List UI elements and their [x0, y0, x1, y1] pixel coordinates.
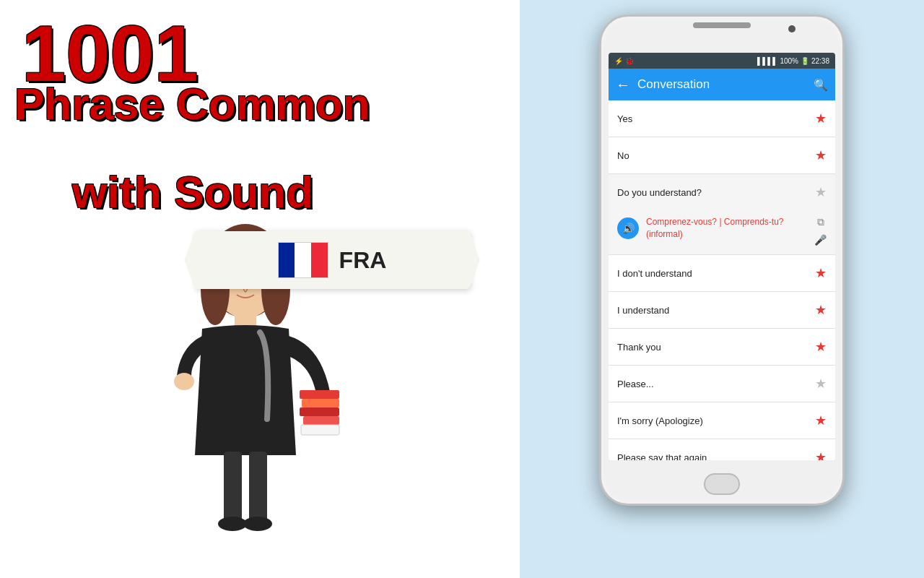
left-section: 1001 Phrase Common with Sound FRA [0, 0, 520, 578]
translation-row-3: 🔊Comprenez-vous? | Comprends-tu? (inform… [609, 210, 835, 254]
search-icon[interactable]: 🔍 [814, 78, 828, 92]
phrase-text-3: Do you understand? [617, 187, 702, 198]
phrase-item-4[interactable]: I don't understand★ [609, 255, 835, 292]
phone-camera [788, 25, 796, 33]
phrase-text-6: Thank you [617, 342, 661, 353]
phrase-text-8: I'm sorry (Apologize) [617, 415, 703, 426]
star-icon-4[interactable]: ★ [815, 265, 827, 281]
phrase-row-7[interactable]: Please...★ [609, 366, 835, 402]
phrase-text-9: Please say that again [617, 452, 707, 461]
flag-blue [279, 243, 295, 277]
phrase-row-2[interactable]: No★ [609, 137, 835, 173]
svg-rect-11 [224, 452, 242, 524]
svg-rect-9 [303, 416, 339, 425]
phrase-item-6[interactable]: Thank you★ [609, 329, 835, 366]
title-with-sound: with Sound [72, 166, 313, 217]
svg-rect-7 [302, 399, 339, 407]
svg-point-13 [218, 517, 247, 531]
action-icons-3: ⧉ 🎤 [814, 216, 827, 246]
back-button[interactable]: ← [616, 77, 630, 93]
phone-screen: ⚡ 🐞 ▌▌▌▌ 100% 🔋 22:38 ← Conversation 🔍 [609, 53, 835, 460]
phone-device: ⚡ 🐞 ▌▌▌▌ 100% 🔋 22:38 ← Conversation 🔍 [599, 14, 845, 506]
phrase-item-3[interactable]: Do you understand?★🔊Comprenez-vous? | Co… [609, 174, 835, 255]
phrase-row-5[interactable]: I understand★ [609, 292, 835, 328]
copy-icon[interactable]: ⧉ [817, 216, 824, 228]
star-icon-9[interactable]: ★ [815, 449, 827, 460]
battery-icon: 🔋 [801, 57, 809, 65]
time-text: 22:38 [811, 57, 829, 65]
home-button[interactable] [704, 473, 740, 495]
phrase-text-4: I don't understand [617, 268, 692, 279]
title-phrase: Phrase Common [14, 79, 370, 129]
star-icon-8[interactable]: ★ [815, 413, 827, 428]
usb-icon: ⚡ [614, 57, 623, 65]
phrase-row-6[interactable]: Thank you★ [609, 329, 835, 365]
phrase-text-7: Please... [617, 379, 654, 389]
phrase-row-8[interactable]: I'm sorry (Apologize)★ [609, 402, 835, 439]
star-icon-6[interactable]: ★ [815, 339, 827, 355]
french-flag [278, 242, 328, 278]
phrase-list[interactable]: Yes★No★Do you understand?★🔊Comprenez-vou… [609, 100, 835, 460]
phrase-row-9[interactable]: Please say that again★ [609, 439, 835, 460]
phrase-item-9[interactable]: Please say that again★ [609, 439, 835, 460]
phrase-item-7[interactable]: Please...★ [609, 366, 835, 402]
translation-text-3: Comprenez-vous? | Comprends-tu? (informa… [646, 216, 807, 241]
phrase-row-1[interactable]: Yes★ [609, 100, 835, 137]
phrase-text-2: No [617, 150, 629, 161]
phrase-text-1: Yes [617, 113, 632, 124]
star-icon-7[interactable]: ★ [815, 376, 827, 392]
speaker-button-3[interactable]: 🔊 [617, 217, 639, 239]
phrase-row-3[interactable]: Do you understand?★ [609, 174, 835, 210]
svg-rect-12 [249, 452, 267, 524]
country-code: FRA [339, 247, 387, 274]
phrase-item-8[interactable]: I'm sorry (Apologize)★ [609, 402, 835, 439]
bug-icon: 🐞 [625, 57, 634, 65]
app-header: ← Conversation 🔍 [609, 69, 835, 100]
phrase-text-5: I understand [617, 305, 669, 316]
mic-icon[interactable]: 🎤 [814, 234, 827, 246]
flag-ribbon: FRA [195, 231, 469, 289]
star-icon-3[interactable]: ★ [815, 184, 827, 200]
app-title: Conversation [637, 77, 806, 92]
phrase-item-5[interactable]: I understand★ [609, 292, 835, 329]
status-bar: ⚡ 🐞 ▌▌▌▌ 100% 🔋 22:38 [609, 53, 835, 69]
phone-top-bar [693, 22, 751, 28]
svg-rect-10 [301, 425, 339, 435]
signal-icon: ▌▌▌▌ [757, 57, 777, 65]
phone-wrapper: ⚡ 🐞 ▌▌▌▌ 100% 🔋 22:38 ← Conversation 🔍 [599, 14, 845, 506]
svg-point-14 [243, 517, 272, 531]
star-icon-1[interactable]: ★ [815, 111, 827, 126]
status-icons-right: ▌▌▌▌ 100% 🔋 22:38 [757, 57, 829, 65]
star-icon-5[interactable]: ★ [815, 302, 827, 318]
phrase-item-2[interactable]: No★ [609, 137, 835, 174]
flag-red [311, 243, 328, 277]
right-section: ⚡ 🐞 ▌▌▌▌ 100% 🔋 22:38 ← Conversation 🔍 [520, 0, 924, 578]
svg-point-5 [174, 373, 194, 390]
phrase-item-1[interactable]: Yes★ [609, 100, 835, 137]
star-icon-2[interactable]: ★ [815, 147, 827, 163]
battery-text: 100% [780, 57, 798, 65]
svg-rect-6 [300, 390, 339, 399]
speaker-icon: 🔊 [622, 223, 635, 234]
phrase-row-4[interactable]: I don't understand★ [609, 255, 835, 291]
status-icons-left: ⚡ 🐞 [614, 57, 634, 65]
svg-rect-8 [300, 407, 339, 416]
flag-white [295, 243, 311, 277]
